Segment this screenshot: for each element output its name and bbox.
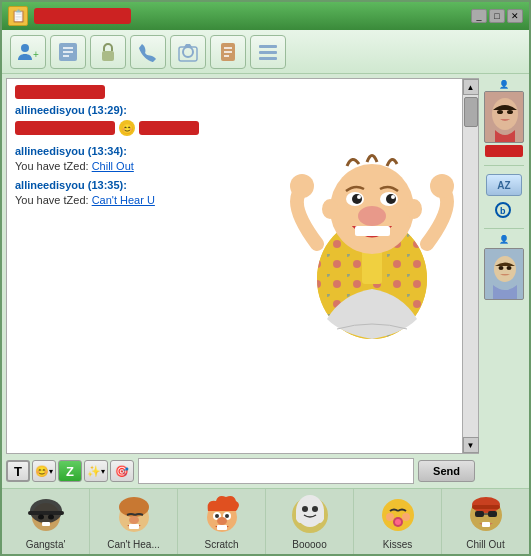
message-1 (15, 85, 454, 99)
svg-point-64 (302, 506, 308, 512)
titlebar: 📋 _ □ ✕ (2, 2, 529, 30)
camera-button[interactable] (170, 35, 206, 69)
phone-button[interactable] (130, 35, 166, 69)
svg-point-26 (352, 194, 362, 204)
sidebar-divider-2 (484, 228, 524, 229)
svg-rect-75 (488, 511, 497, 517)
contact-name-badge-top (485, 145, 523, 157)
emoticon-chill-out-label: Chill Out (466, 539, 504, 550)
titlebar-left: 📋 (8, 6, 131, 26)
emoticon-booooo[interactable]: Booooo (266, 489, 354, 554)
emoticon-chill-out[interactable]: Chill Out (442, 489, 529, 554)
svg-point-37 (497, 110, 503, 114)
svg-point-27 (386, 194, 396, 204)
msg-link-3[interactable]: Can't Hear U (92, 194, 155, 206)
svg-point-60 (217, 517, 227, 525)
lock-button[interactable] (90, 35, 126, 69)
main-window: 📋 _ □ ✕ + (0, 0, 531, 556)
emoticon-booooo-label: Booooo (292, 539, 326, 550)
svg-point-48 (38, 515, 44, 520)
svg-rect-13 (259, 45, 277, 48)
svg-point-70 (395, 519, 401, 525)
more-options-button[interactable] (250, 35, 286, 69)
sidebar-top-icon: 👤 (499, 80, 509, 89)
svg-point-36 (492, 98, 518, 130)
svg-point-23 (358, 206, 386, 226)
emoticon-kisses[interactable]: Kisses (354, 489, 442, 554)
svg-point-67 (386, 513, 394, 521)
svg-rect-6 (102, 51, 114, 61)
gangsta-face (22, 489, 70, 537)
chat-scrollbar[interactable]: ▲ ▼ (462, 79, 478, 453)
svg-text:+: + (33, 49, 39, 60)
svg-point-29 (391, 195, 395, 199)
emoticon-kisses-label: Kisses (383, 539, 412, 550)
emoticon-scratch-label: Scratch (205, 539, 239, 550)
contact-name (34, 8, 131, 24)
svg-point-38 (507, 110, 513, 114)
sparkle-button[interactable]: ✨▾ (84, 460, 108, 482)
svg-point-28 (357, 195, 361, 199)
text-format-button[interactable]: T (6, 460, 30, 482)
add-contact-button[interactable]: + (10, 35, 46, 69)
svg-point-32 (406, 199, 422, 219)
svg-rect-54 (129, 524, 139, 529)
scroll-up-button[interactable]: ▲ (463, 79, 479, 95)
svg-point-65 (312, 506, 318, 512)
window-icon: 📋 (8, 6, 28, 26)
wink-button[interactable]: Z (58, 460, 82, 482)
sidebar-bottom-icon: 👤 (499, 235, 509, 244)
window-controls: _ □ ✕ (471, 9, 523, 23)
svg-rect-14 (259, 51, 277, 54)
emoji-smile: 😊 (119, 120, 135, 136)
main-content: allineedisyou (13:29): 😊 allineedisyou (… (2, 74, 529, 488)
minimize-button[interactable]: _ (471, 9, 487, 23)
sidebar-divider (484, 165, 524, 166)
game-button[interactable]: 🎯 (110, 460, 134, 482)
send-button[interactable]: Send (418, 460, 475, 482)
svg-rect-50 (42, 522, 50, 526)
svg-text:b: b (500, 206, 506, 216)
emoticon-cant-hear[interactable]: Can't Hea... (90, 489, 178, 554)
svg-point-68 (402, 513, 410, 521)
emoticon-strip: Gangsta' Can't Hea... (2, 488, 529, 554)
chat-toolbar: + (2, 30, 529, 74)
msg-text-3: You have tZed: (15, 194, 92, 206)
search-icon-button[interactable]: b (493, 200, 515, 222)
emoticon-button[interactable]: 😊▾ (32, 460, 56, 482)
maximize-button[interactable]: □ (489, 9, 505, 23)
address-book-button[interactable] (210, 35, 246, 69)
scroll-down-button[interactable]: ▼ (463, 437, 479, 453)
svg-rect-47 (28, 511, 64, 515)
svg-point-31 (322, 199, 338, 219)
emoticon-cant-hear-label: Can't Hea... (107, 539, 160, 550)
cartoon-image (287, 134, 457, 344)
svg-point-7 (183, 47, 193, 57)
svg-rect-8 (179, 47, 197, 61)
message-input[interactable] (138, 458, 414, 484)
kisses-face (374, 489, 422, 537)
svg-point-33 (290, 174, 314, 198)
svg-point-0 (21, 44, 29, 52)
emoticon-scratch[interactable]: Scratch (178, 489, 266, 554)
svg-point-59 (225, 514, 229, 518)
svg-rect-74 (475, 511, 484, 517)
svg-point-58 (215, 514, 219, 518)
message-2: allineedisyou (13:29): 😊 (15, 103, 454, 136)
close-button[interactable]: ✕ (507, 9, 523, 23)
scratch-face (198, 489, 246, 537)
booooo-face (286, 489, 334, 537)
msg-link-2[interactable]: Chill Out (92, 160, 134, 172)
svg-point-53 (129, 516, 139, 524)
msg-text-2: You have tZed: (15, 160, 92, 172)
scroll-thumb[interactable] (464, 97, 478, 127)
emoticon-gangsta[interactable]: Gangsta' (2, 489, 90, 554)
emoticon-gangsta-label: Gangsta' (26, 539, 66, 550)
svg-rect-61 (217, 525, 227, 530)
az-sort-button[interactable]: AZ (486, 174, 522, 196)
cant-hear-face (110, 489, 158, 537)
svg-point-49 (48, 515, 54, 520)
svg-point-43 (499, 266, 504, 270)
contact-info-button[interactable] (50, 35, 86, 69)
svg-point-42 (494, 256, 516, 282)
